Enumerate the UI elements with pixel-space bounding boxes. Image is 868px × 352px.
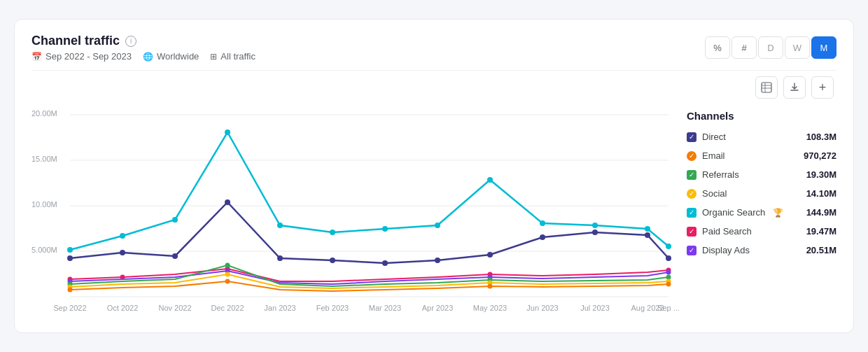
svg-text:May 2023: May 2023 <box>473 304 507 312</box>
legend-item-social: ✓ Social 14.10M <box>687 188 836 199</box>
chart-section: + 20.00M 15.00M 10.00M 5.000M <box>31 70 836 321</box>
svg-text:Apr 2023: Apr 2023 <box>422 304 454 312</box>
legend-item-paid-search: ✓ Paid Search 19.47M <box>687 226 836 237</box>
email-label: Email <box>702 150 725 161</box>
check-icon: ✓ <box>689 152 694 160</box>
direct-checkbox[interactable]: ✓ <box>687 132 696 142</box>
meta-row: 📅 Sep 2022 - Sep 2023 🌐 Worldwide ⊞ All … <box>31 51 255 62</box>
social-label: Social <box>702 188 727 199</box>
excel-button[interactable] <box>755 76 778 99</box>
svg-point-22 <box>540 220 545 226</box>
m-button[interactable]: M <box>811 36 836 59</box>
chart-area: 20.00M 15.00M 10.00M 5.000M <box>31 104 676 321</box>
svg-point-16 <box>225 129 230 135</box>
check-icon: ✓ <box>689 227 694 235</box>
check-icon: ✓ <box>689 171 694 178</box>
check-icon: ✓ <box>689 190 694 197</box>
svg-point-49 <box>225 263 230 268</box>
legend-panel: Channels ✓ Direct 108.3M ✓ <box>676 104 836 321</box>
svg-point-17 <box>277 223 283 228</box>
download-button[interactable] <box>783 76 806 99</box>
region-label: Worldwide <box>157 51 199 62</box>
svg-point-15 <box>172 217 178 223</box>
card-header: Channel traffic i 📅 Sep 2022 - Sep 2023 … <box>31 34 836 62</box>
percent-button[interactable]: % <box>705 36 730 59</box>
legend-item-display-ads: ✓ Display Ads 20.51M <box>687 245 836 255</box>
check-icon: ✓ <box>689 246 694 254</box>
svg-point-47 <box>666 270 671 275</box>
svg-point-29 <box>225 199 230 205</box>
legend-item-left: ✓ Social <box>687 188 727 199</box>
svg-point-37 <box>645 232 650 238</box>
organic-search-checkbox[interactable]: ✓ <box>687 208 696 218</box>
legend-item-left: ✓ Display Ads <box>687 245 750 255</box>
title-row: Channel traffic i <box>31 34 255 48</box>
legend-item-email: ✓ Email 970,272 <box>687 150 836 161</box>
svg-text:Sep ...: Sep ... <box>657 304 680 312</box>
chart-svg: 20.00M 15.00M 10.00M 5.000M <box>31 104 676 321</box>
svg-point-58 <box>488 284 493 289</box>
svg-point-21 <box>487 177 493 183</box>
traffic-filter-item: ⊞ All traffic <box>210 51 255 62</box>
svg-point-57 <box>225 279 230 284</box>
svg-point-14 <box>120 233 125 239</box>
referrals-label: Referrals <box>702 169 739 180</box>
header-left: Channel traffic i 📅 Sep 2022 - Sep 2023 … <box>31 34 255 62</box>
display-ads-label: Display Ads <box>702 245 750 255</box>
add-button[interactable]: + <box>811 76 834 99</box>
svg-text:Sep 2022: Sep 2022 <box>53 304 86 312</box>
svg-text:Jan 2023: Jan 2023 <box>264 304 295 312</box>
svg-text:Dec 2022: Dec 2022 <box>211 304 244 312</box>
svg-point-56 <box>68 288 73 293</box>
svg-point-59 <box>666 282 671 287</box>
svg-text:Feb 2023: Feb 2023 <box>316 304 349 312</box>
legend-item-left: ✓ Email <box>687 150 725 161</box>
direct-value: 108.3M <box>806 132 836 142</box>
paid-search-value: 19.47M <box>806 226 836 237</box>
info-icon[interactable]: i <box>125 36 136 47</box>
legend-item-left: ✓ Referrals <box>687 169 739 180</box>
d-button[interactable]: D <box>758 36 783 59</box>
trophy-icon: 🏆 <box>773 208 783 218</box>
svg-point-19 <box>382 226 388 232</box>
svg-text:Nov 2022: Nov 2022 <box>158 304 191 312</box>
svg-text:Mar 2023: Mar 2023 <box>369 304 401 312</box>
display-ads-checkbox[interactable]: ✓ <box>687 246 696 255</box>
svg-point-26 <box>67 255 73 261</box>
svg-text:Jun 2023: Jun 2023 <box>526 304 558 312</box>
svg-text:15.00M: 15.00M <box>31 155 57 163</box>
email-value: 970,272 <box>804 150 836 161</box>
svg-point-36 <box>592 230 598 235</box>
social-checkbox[interactable]: ✓ <box>687 189 696 199</box>
date-range-label: Sep 2022 - Sep 2023 <box>46 51 132 62</box>
chart-container: 20.00M 15.00M 10.00M 5.000M <box>31 104 836 321</box>
paid-search-checkbox[interactable]: ✓ <box>687 227 696 237</box>
legend-item-left: ✓ Organic Search 🏆 <box>687 207 783 218</box>
check-icon: ✓ <box>689 133 694 141</box>
traffic-filter-label: All traffic <box>220 51 255 62</box>
w-button[interactable]: W <box>785 36 810 59</box>
referrals-value: 19.30M <box>806 169 836 180</box>
svg-point-38 <box>666 255 671 261</box>
legend-item-left: ✓ Direct <box>687 132 726 142</box>
svg-point-27 <box>120 250 125 255</box>
svg-point-32 <box>382 260 388 266</box>
organic-search-label: Organic Search <box>702 207 765 218</box>
chart-toolbar: + <box>31 76 836 99</box>
region-item: 🌐 Worldwide <box>143 51 199 62</box>
svg-point-28 <box>172 253 178 259</box>
legend-item-referrals: ✓ Referrals 19.30M <box>687 169 836 180</box>
email-checkbox[interactable]: ✓ <box>687 151 696 161</box>
svg-point-18 <box>330 230 335 235</box>
hash-button[interactable]: # <box>732 36 757 59</box>
paid-search-label: Paid Search <box>702 226 752 237</box>
svg-text:5.000M: 5.000M <box>31 246 57 254</box>
social-value: 14.10M <box>806 188 836 199</box>
svg-point-13 <box>67 247 73 253</box>
svg-text:10.00M: 10.00M <box>31 200 57 209</box>
check-icon: ✓ <box>689 209 694 216</box>
svg-point-23 <box>592 223 598 228</box>
referrals-checkbox[interactable]: ✓ <box>687 170 696 180</box>
svg-point-20 <box>435 223 440 228</box>
svg-point-30 <box>277 255 283 261</box>
